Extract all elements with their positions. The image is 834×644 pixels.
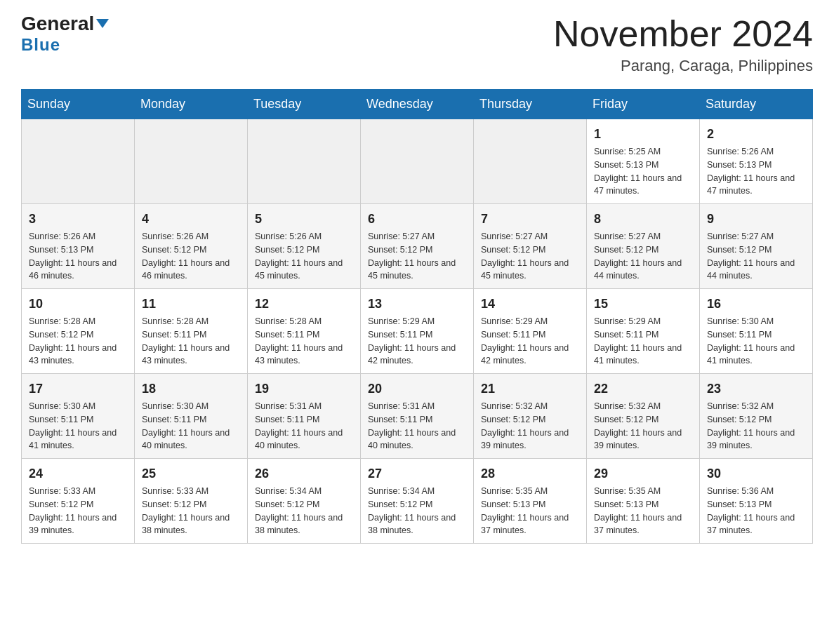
calendar-week-row: 17Sunrise: 5:30 AM Sunset: 5:11 PM Dayli… <box>22 374 813 459</box>
day-info: Sunrise: 5:36 AM Sunset: 5:13 PM Dayligh… <box>707 485 805 537</box>
day-number: 30 <box>707 464 805 483</box>
day-info: Sunrise: 5:34 AM Sunset: 5:12 PM Dayligh… <box>255 485 353 537</box>
table-row: 3Sunrise: 5:26 AM Sunset: 5:13 PM Daylig… <box>22 204 135 289</box>
day-number: 20 <box>368 380 466 398</box>
day-info: Sunrise: 5:26 AM Sunset: 5:12 PM Dayligh… <box>142 230 240 283</box>
table-row: 20Sunrise: 5:31 AM Sunset: 5:11 PM Dayli… <box>361 374 474 459</box>
day-number: 16 <box>707 295 805 314</box>
day-number: 8 <box>594 210 692 229</box>
table-row <box>135 119 248 204</box>
table-row: 24Sunrise: 5:33 AM Sunset: 5:12 PM Dayli… <box>22 459 135 544</box>
logo-blue: Blue <box>21 35 60 55</box>
table-row: 5Sunrise: 5:26 AM Sunset: 5:12 PM Daylig… <box>248 204 361 289</box>
calendar-week-row: 1Sunrise: 5:25 AM Sunset: 5:13 PM Daylig… <box>22 119 813 204</box>
table-row: 6Sunrise: 5:27 AM Sunset: 5:12 PM Daylig… <box>361 204 474 289</box>
table-row: 11Sunrise: 5:28 AM Sunset: 5:11 PM Dayli… <box>135 289 248 374</box>
day-number: 23 <box>707 380 805 398</box>
day-number: 4 <box>142 210 240 229</box>
day-number: 28 <box>481 464 579 483</box>
day-number: 2 <box>707 125 805 144</box>
day-info: Sunrise: 5:31 AM Sunset: 5:11 PM Dayligh… <box>255 400 353 452</box>
table-row: 13Sunrise: 5:29 AM Sunset: 5:11 PM Dayli… <box>361 289 474 374</box>
day-number: 10 <box>29 295 127 314</box>
col-tuesday: Tuesday <box>248 90 361 119</box>
table-row <box>361 119 474 204</box>
day-number: 12 <box>255 295 353 314</box>
day-info: Sunrise: 5:28 AM Sunset: 5:12 PM Dayligh… <box>29 315 127 368</box>
day-info: Sunrise: 5:27 AM Sunset: 5:12 PM Dayligh… <box>368 230 466 283</box>
table-row: 9Sunrise: 5:27 AM Sunset: 5:12 PM Daylig… <box>700 204 813 289</box>
table-row: 19Sunrise: 5:31 AM Sunset: 5:11 PM Dayli… <box>248 374 361 459</box>
day-info: Sunrise: 5:27 AM Sunset: 5:12 PM Dayligh… <box>707 230 805 283</box>
table-row: 27Sunrise: 5:34 AM Sunset: 5:12 PM Dayli… <box>361 459 474 544</box>
title-area: November 2024 Parang, Caraga, Philippine… <box>553 14 813 75</box>
day-info: Sunrise: 5:29 AM Sunset: 5:11 PM Dayligh… <box>368 315 466 368</box>
day-number: 14 <box>481 295 579 314</box>
day-number: 1 <box>594 125 692 144</box>
day-number: 7 <box>481 210 579 229</box>
calendar-week-row: 3Sunrise: 5:26 AM Sunset: 5:13 PM Daylig… <box>22 204 813 289</box>
day-info: Sunrise: 5:27 AM Sunset: 5:12 PM Dayligh… <box>481 230 579 283</box>
day-number: 6 <box>368 210 466 229</box>
day-info: Sunrise: 5:25 AM Sunset: 5:13 PM Dayligh… <box>594 145 692 198</box>
day-number: 5 <box>255 210 353 229</box>
table-row <box>248 119 361 204</box>
day-number: 26 <box>255 464 353 483</box>
table-row: 17Sunrise: 5:30 AM Sunset: 5:11 PM Dayli… <box>22 374 135 459</box>
day-info: Sunrise: 5:29 AM Sunset: 5:11 PM Dayligh… <box>594 315 692 368</box>
logo-general: General <box>21 14 109 34</box>
day-number: 11 <box>142 295 240 314</box>
day-number: 9 <box>707 210 805 229</box>
month-title: November 2024 <box>553 14 813 54</box>
col-monday: Monday <box>135 90 248 119</box>
table-row: 12Sunrise: 5:28 AM Sunset: 5:11 PM Dayli… <box>248 289 361 374</box>
day-number: 24 <box>29 464 127 483</box>
table-row <box>22 119 135 204</box>
logo: General Blue <box>21 14 109 55</box>
day-info: Sunrise: 5:33 AM Sunset: 5:12 PM Dayligh… <box>142 485 240 537</box>
day-info: Sunrise: 5:35 AM Sunset: 5:13 PM Dayligh… <box>481 485 579 537</box>
day-info: Sunrise: 5:32 AM Sunset: 5:12 PM Dayligh… <box>594 400 692 452</box>
day-info: Sunrise: 5:26 AM Sunset: 5:12 PM Dayligh… <box>255 230 353 283</box>
day-number: 19 <box>255 380 353 398</box>
table-row: 23Sunrise: 5:32 AM Sunset: 5:12 PM Dayli… <box>700 374 813 459</box>
table-row <box>474 119 587 204</box>
day-info: Sunrise: 5:34 AM Sunset: 5:12 PM Dayligh… <box>368 485 466 537</box>
location: Parang, Caraga, Philippines <box>553 57 813 75</box>
table-row: 30Sunrise: 5:36 AM Sunset: 5:13 PM Dayli… <box>700 459 813 544</box>
day-info: Sunrise: 5:31 AM Sunset: 5:11 PM Dayligh… <box>368 400 466 452</box>
day-info: Sunrise: 5:32 AM Sunset: 5:12 PM Dayligh… <box>481 400 579 452</box>
table-row: 14Sunrise: 5:29 AM Sunset: 5:11 PM Dayli… <box>474 289 587 374</box>
table-row: 8Sunrise: 5:27 AM Sunset: 5:12 PM Daylig… <box>587 204 700 289</box>
table-row: 22Sunrise: 5:32 AM Sunset: 5:12 PM Dayli… <box>587 374 700 459</box>
calendar-table: Sunday Monday Tuesday Wednesday Thursday… <box>21 89 813 544</box>
table-row: 15Sunrise: 5:29 AM Sunset: 5:11 PM Dayli… <box>587 289 700 374</box>
day-number: 17 <box>29 380 127 398</box>
day-info: Sunrise: 5:30 AM Sunset: 5:11 PM Dayligh… <box>29 400 127 452</box>
col-sunday: Sunday <box>22 90 135 119</box>
day-number: 21 <box>481 380 579 398</box>
col-thursday: Thursday <box>474 90 587 119</box>
col-wednesday: Wednesday <box>361 90 474 119</box>
day-info: Sunrise: 5:28 AM Sunset: 5:11 PM Dayligh… <box>142 315 240 368</box>
table-row: 21Sunrise: 5:32 AM Sunset: 5:12 PM Dayli… <box>474 374 587 459</box>
day-number: 27 <box>368 464 466 483</box>
table-row: 25Sunrise: 5:33 AM Sunset: 5:12 PM Dayli… <box>135 459 248 544</box>
day-info: Sunrise: 5:26 AM Sunset: 5:13 PM Dayligh… <box>707 145 805 198</box>
day-number: 15 <box>594 295 692 314</box>
calendar-week-row: 10Sunrise: 5:28 AM Sunset: 5:12 PM Dayli… <box>22 289 813 374</box>
day-number: 3 <box>29 210 127 229</box>
table-row: 1Sunrise: 5:25 AM Sunset: 5:13 PM Daylig… <box>587 119 700 204</box>
day-number: 18 <box>142 380 240 398</box>
day-number: 13 <box>368 295 466 314</box>
table-row: 28Sunrise: 5:35 AM Sunset: 5:13 PM Dayli… <box>474 459 587 544</box>
calendar-header-row: Sunday Monday Tuesday Wednesday Thursday… <box>22 90 813 119</box>
day-info: Sunrise: 5:30 AM Sunset: 5:11 PM Dayligh… <box>707 315 805 368</box>
day-number: 29 <box>594 464 692 483</box>
day-info: Sunrise: 5:33 AM Sunset: 5:12 PM Dayligh… <box>29 485 127 537</box>
day-number: 22 <box>594 380 692 398</box>
calendar-week-row: 24Sunrise: 5:33 AM Sunset: 5:12 PM Dayli… <box>22 459 813 544</box>
table-row: 29Sunrise: 5:35 AM Sunset: 5:13 PM Dayli… <box>587 459 700 544</box>
table-row: 2Sunrise: 5:26 AM Sunset: 5:13 PM Daylig… <box>700 119 813 204</box>
day-info: Sunrise: 5:32 AM Sunset: 5:12 PM Dayligh… <box>707 400 805 452</box>
